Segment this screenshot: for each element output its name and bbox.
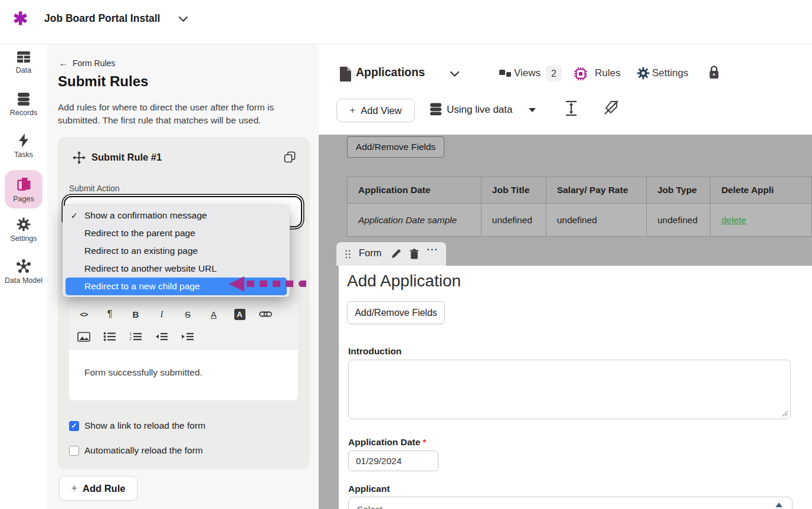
application-date-input[interactable]: 01/29/2024 xyxy=(348,451,438,471)
sidebar-item-label: Data xyxy=(16,66,31,74)
strikethrough-icon[interactable]: S xyxy=(181,307,195,321)
editor-content[interactable]: Form successfully submitted. xyxy=(69,350,298,400)
auto-reload-checkbox[interactable] xyxy=(69,446,79,456)
column-header[interactable]: Salary/ Pay Rate xyxy=(546,177,646,204)
bold-icon[interactable]: B xyxy=(129,307,143,321)
rule-title: Submit Rule #1 xyxy=(91,152,162,163)
table-cell: undefined xyxy=(646,204,710,237)
column-header[interactable]: Application Date xyxy=(348,177,482,204)
form-preview: Add Application Add/Remove Fields Introd… xyxy=(339,266,812,509)
sidebar-item-label: Tasks xyxy=(14,151,33,159)
tab-rules[interactable]: Rules xyxy=(595,67,620,79)
tab-views[interactable]: Views xyxy=(514,67,541,79)
delete-record-link[interactable]: delete xyxy=(721,215,746,225)
table-add-remove-fields-button[interactable]: Add/Remove Fields xyxy=(347,136,444,158)
screen: ✱ Job Board Portal Install Data Records … xyxy=(0,0,812,509)
menu-option-website-url[interactable]: Redirect to another website URL xyxy=(63,260,290,278)
menu-option-new-child-page[interactable]: Redirect to a new child page xyxy=(66,278,287,295)
table-cell: undefined xyxy=(546,204,646,237)
delete-trash-icon[interactable] xyxy=(410,249,419,259)
column-header[interactable]: Delete Appli xyxy=(711,177,812,204)
sidebar-item-label: Records xyxy=(10,109,38,117)
form-add-remove-fields-button[interactable]: Add/Remove Fields xyxy=(347,301,445,324)
move-icon[interactable] xyxy=(73,151,86,164)
applicant-label: Applicant xyxy=(348,484,390,494)
caret-down-icon[interactable] xyxy=(529,108,536,112)
panel-title: Submit Rules xyxy=(58,73,148,90)
numbered-list-icon[interactable]: 12 xyxy=(129,329,143,344)
application-date-label: Application Date* xyxy=(348,437,426,448)
underline-icon[interactable]: A xyxy=(207,307,221,321)
pages-icon xyxy=(16,176,32,192)
app-title[interactable]: Job Board Portal Install xyxy=(44,12,160,25)
row-height-icon[interactable] xyxy=(565,100,578,116)
sidebar-item-records[interactable]: Records xyxy=(0,93,47,117)
menu-option-confirmation[interactable]: ✓ Show a confirmation message xyxy=(63,207,290,224)
plus-icon: + xyxy=(349,105,355,116)
table-cell: undefined xyxy=(481,204,546,237)
outdent-icon[interactable] xyxy=(155,329,169,344)
live-data-dropdown[interactable]: Using live data xyxy=(447,104,513,116)
hide-labels-tag-slash-icon[interactable] xyxy=(603,100,620,116)
required-asterisk: * xyxy=(423,437,426,447)
editor-toolbar: <> ¶ B I S A A xyxy=(69,301,298,350)
live-data-database-icon xyxy=(429,103,443,116)
form-view-tab[interactable]: Form ··· xyxy=(336,242,446,266)
applications-preview-table: Application Date Job Title Salary/ Pay R… xyxy=(347,177,812,237)
link-icon[interactable] xyxy=(258,307,273,321)
indent-icon[interactable] xyxy=(181,329,195,344)
text-color-icon[interactable]: A xyxy=(233,307,247,321)
table-cell: delete xyxy=(711,204,812,237)
select-placeholder: Select xyxy=(357,504,382,509)
code-view-icon[interactable]: <> xyxy=(77,307,91,321)
chevron-down-icon[interactable] xyxy=(450,71,460,77)
confirmation-message-editor: <> ¶ B I S A A xyxy=(69,301,298,400)
sidebar-item-data-model[interactable]: Data Model xyxy=(0,259,47,285)
sidebar-item-pages[interactable]: Pages xyxy=(5,170,42,208)
database-icon xyxy=(17,93,31,106)
applicant-select[interactable]: Select xyxy=(348,497,793,509)
form-title: Add Application xyxy=(347,272,461,291)
reload-link-checkbox-row: ✓ Show a link to reload the form xyxy=(69,420,205,431)
live-app-preview: Add/Remove Fields Application Date Job T… xyxy=(319,135,812,509)
lightning-icon xyxy=(18,133,30,148)
sidebar-item-tasks[interactable]: Tasks xyxy=(0,133,47,159)
drag-handle-icon[interactable] xyxy=(345,249,351,259)
sidebar-item-data[interactable]: Data xyxy=(0,51,47,74)
column-header[interactable]: Job Type xyxy=(646,177,710,204)
sidebar-item-settings[interactable]: Settings xyxy=(0,217,47,243)
checkbox-label: Automatically reload the form xyxy=(84,445,203,456)
image-icon[interactable] xyxy=(77,329,91,344)
confirmation-message-text: Form successfully submitted. xyxy=(84,367,202,378)
rules-chip-icon xyxy=(574,67,588,81)
more-options-icon[interactable]: ··· xyxy=(427,244,438,256)
tab-settings[interactable]: Settings xyxy=(652,67,688,79)
main-header: Applications Views 2 Rules Settings + Ad… xyxy=(319,44,812,135)
edit-pencil-icon[interactable] xyxy=(391,249,401,259)
duplicate-rule-icon[interactable] xyxy=(284,151,296,163)
panel-description: Add rules for where to direct the user a… xyxy=(58,101,304,127)
submit-rule-card: Submit Rule #1 Submit Action ✓ Show a co… xyxy=(58,137,310,469)
menu-option-existing-page[interactable]: Redirect to an existing page xyxy=(63,242,290,260)
reload-link-checkbox[interactable]: ✓ xyxy=(69,421,79,431)
bullet-list-icon[interactable] xyxy=(103,329,117,344)
introduction-textarea[interactable] xyxy=(348,360,791,419)
chevron-down-icon[interactable] xyxy=(178,16,188,22)
add-rule-button[interactable]: + Add Rule xyxy=(59,476,137,501)
column-header[interactable]: Job Title xyxy=(481,177,546,204)
italic-icon[interactable]: I xyxy=(155,307,169,321)
paragraph-icon[interactable]: ¶ xyxy=(103,307,117,321)
views-icon xyxy=(499,68,512,79)
app-logo-asterisk-icon[interactable]: ✱ xyxy=(13,8,28,29)
lock-icon[interactable] xyxy=(709,65,719,79)
resize-handle-icon[interactable] xyxy=(782,410,788,417)
page-title[interactable]: Applications xyxy=(356,66,425,79)
table-header-row: Application Date Job Title Salary/ Pay R… xyxy=(348,177,812,204)
back-to-form-rules-link[interactable]: ←Form Rules xyxy=(59,58,115,68)
add-view-button[interactable]: + Add View xyxy=(336,99,415,122)
checkbox-label: Show a link to reload the form xyxy=(84,420,205,431)
menu-option-parent-page[interactable]: Redirect to the parent page xyxy=(63,224,290,242)
sidebar-item-label: Pages xyxy=(13,195,34,203)
views-count-badge: 2 xyxy=(546,66,562,81)
auto-reload-checkbox-row: Automatically reload the form xyxy=(69,445,203,456)
